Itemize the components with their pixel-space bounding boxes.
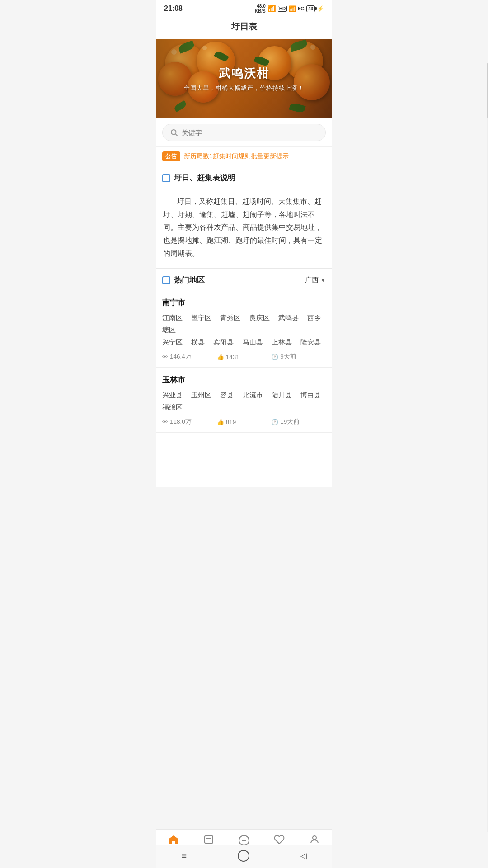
view-count: 👁 146.4万 — [162, 353, 217, 361]
district-item: 兴业县 — [162, 391, 183, 399]
region-selector[interactable]: 广西 ▼ — [305, 276, 326, 284]
search-icon — [170, 128, 178, 137]
time-info: 🕐 19天前 — [271, 418, 326, 426]
search-input[interactable] — [182, 129, 318, 137]
status-time: 21:08 — [164, 5, 183, 13]
region-label: 广西 — [305, 276, 319, 284]
district-list: 江南区 邕宁区 青秀区 良庆区 武鸣县 西乡塘区 兴宁区 横县 宾阳县 马山县 … — [162, 311, 326, 348]
city-item-yulin[interactable]: 玉林市 兴业县 玉州区 容县 北流市 陆川县 博白县 福绵区 👁 118.0万 … — [156, 368, 332, 433]
view-value: 118.0万 — [170, 418, 192, 426]
time-value: 9天前 — [280, 353, 296, 361]
district-item: 青秀区 — [220, 314, 240, 321]
search-box[interactable] — [162, 124, 326, 141]
hot-area-checkbox-icon — [162, 276, 170, 284]
status-icons: 48.0KB/S 📶 HD 📶 5G 43 ⚡ — [255, 4, 324, 14]
district-item: 武鸣县 — [278, 314, 299, 321]
5g-badge: 5G — [298, 6, 305, 11]
explain-section-header: 圩日、赶集表说明 — [156, 166, 332, 188]
hot-area-section-header: 热门地区 广西 ▼ — [156, 269, 332, 290]
district-item: 宾阳县 — [213, 338, 234, 346]
network-speed: 48.0KB/S — [255, 4, 266, 14]
page-title: 圩日表 — [156, 15, 332, 39]
status-bar: 21:08 48.0KB/S 📶 HD 📶 5G 43 ⚡ — [156, 0, 332, 15]
district-item: 横县 — [191, 338, 205, 346]
district-item: 北流市 — [243, 391, 263, 399]
notice-bar[interactable]: 公告 新历尾数1赶集时间规则批量更新提示 — [156, 147, 332, 166]
battery-indicator: 43 — [306, 5, 315, 12]
eye-icon: 👁 — [162, 354, 168, 360]
time-value: 19天前 — [280, 418, 300, 426]
chevron-down-icon: ▼ — [320, 277, 326, 283]
view-count: 👁 118.0万 — [162, 418, 217, 426]
banner-background: 武鸣沃柑 全国大旱，柑橘大幅减产，价格持续上涨！ — [156, 39, 332, 118]
banner-subtitle: 全国大旱，柑橘大幅减产，价格持续上涨！ — [184, 84, 304, 92]
main-content: 武鸣沃柑 全国大旱，柑橘大幅减产，价格持续上涨！ 公告 新历尾数1赶集时间规则批… — [156, 39, 332, 487]
district-item: 江南区 — [162, 314, 183, 321]
explain-description: 圩日，又称赶集日、赶场时间、大集集市、赶圩、圩期、逢集、赶墟、赶闹子等，各地叫法… — [156, 188, 332, 269]
like-count: 👍 1431 — [217, 354, 272, 360]
district-item: 良庆区 — [249, 314, 270, 321]
hd-badge: HD — [278, 6, 287, 12]
explain-title: 圩日、赶集表说明 — [174, 173, 235, 183]
district-item: 兴宁区 — [162, 338, 183, 346]
explain-title-row: 圩日、赶集表说明 — [162, 173, 235, 183]
district-item: 上林县 — [272, 338, 292, 346]
clock-icon: 🕐 — [271, 419, 278, 425]
view-value: 146.4万 — [170, 353, 192, 361]
time-info: 🕐 9天前 — [271, 353, 326, 361]
like-icon: 👍 — [217, 354, 224, 360]
charging-icon: ⚡ — [317, 5, 324, 12]
city-stats: 👁 118.0万 👍 819 🕐 19天前 — [162, 418, 326, 426]
city-item-nanning[interactable]: 南宁市 江南区 邕宁区 青秀区 良庆区 武鸣县 西乡塘区 兴宁区 横县 宾阳县 … — [156, 290, 332, 368]
notice-text: 新历尾数1赶集时间规则批量更新提示 — [184, 152, 289, 160]
district-item: 博白县 — [300, 391, 321, 399]
city-name: 南宁市 — [162, 297, 326, 308]
district-item: 隆安县 — [300, 338, 321, 346]
city-stats: 👁 146.4万 👍 1431 🕐 9天前 — [162, 353, 326, 361]
like-count: 👍 819 — [217, 419, 272, 425]
city-name: 玉林市 — [162, 375, 326, 385]
explain-checkbox-icon — [162, 174, 170, 182]
banner-text: 武鸣沃柑 全国大旱，柑橘大幅减产，价格持续上涨！ — [184, 66, 304, 92]
wifi-icon: 📶 — [267, 5, 276, 13]
hot-area-title: 热门地区 — [174, 275, 205, 285]
district-item: 玉州区 — [191, 391, 211, 399]
like-value: 1431 — [226, 354, 239, 360]
district-item: 邕宁区 — [191, 314, 211, 321]
district-item: 陆川县 — [272, 391, 292, 399]
eye-icon: 👁 — [162, 419, 168, 425]
district-item: 容县 — [220, 391, 234, 399]
like-value: 819 — [226, 419, 236, 425]
district-item: 马山县 — [243, 338, 263, 346]
district-item: 福绵区 — [162, 403, 183, 411]
svg-point-0 — [171, 130, 176, 135]
hot-area-title-row: 热门地区 — [162, 275, 205, 285]
signal-icon: 📶 — [289, 5, 296, 12]
district-list: 兴业县 玉州区 容县 北流市 陆川县 博白县 福绵区 — [162, 389, 326, 413]
promo-banner[interactable]: 武鸣沃柑 全国大旱，柑橘大幅减产，价格持续上涨！ — [156, 39, 332, 118]
banner-title: 武鸣沃柑 — [184, 66, 304, 81]
svg-line-1 — [175, 134, 177, 136]
clock-icon: 🕐 — [271, 354, 278, 360]
like-icon: 👍 — [217, 419, 224, 425]
notice-tag: 公告 — [162, 151, 180, 161]
search-container — [156, 118, 332, 147]
